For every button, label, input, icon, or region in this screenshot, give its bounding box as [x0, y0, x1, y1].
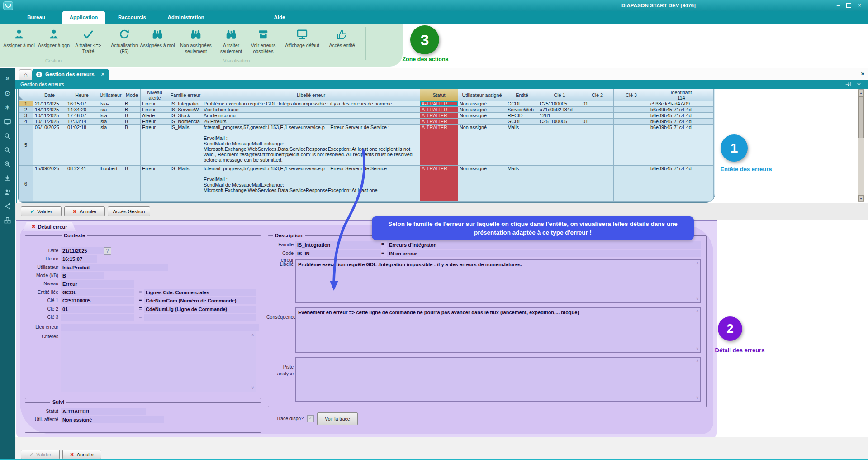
cell[interactable]: b6e39b45-71c4-4d	[649, 107, 714, 113]
cell[interactable]: C251100005	[538, 101, 581, 107]
statut-cell[interactable]: A-TRAITER	[420, 113, 458, 119]
cell[interactable]	[614, 113, 649, 119]
close-button[interactable]: ×	[855, 1, 864, 9]
cell[interactable]: Alerte	[141, 113, 169, 119]
cell[interactable]: Erreur	[141, 107, 169, 113]
cell[interactable]: b6e39b45-71c4-4d	[649, 113, 714, 119]
cell[interactable]: fctemail_progress,57,gneredt.i,153,E,1 s…	[202, 125, 420, 166]
detail-erreur-tab[interactable]: ✖ Détail erreur	[23, 222, 76, 231]
annuler-button[interactable]: ✖ Annuler	[64, 206, 105, 216]
statut-cell[interactable]: A-TRAITER	[420, 166, 458, 202]
cell[interactable]: IS_Stock	[169, 113, 202, 119]
cell[interactable]: 16:15:07	[66, 101, 98, 107]
cell[interactable]: Erreur	[141, 119, 169, 125]
tab-close-badge-icon[interactable]: x	[36, 72, 42, 77]
calendar-help-button[interactable]: ?	[104, 247, 111, 255]
column-header-libelle-erreur[interactable]: Libellé erreur	[202, 89, 420, 101]
share-icon[interactable]	[0, 200, 15, 212]
cell[interactable]: isia	[98, 125, 123, 166]
cell[interactable]: Non assigné	[458, 107, 506, 113]
column-header-statut[interactable]: Statut	[420, 89, 458, 101]
cell[interactable]	[538, 125, 581, 166]
toolbar-button-assigner-a-qqn[interactable]: Assigner à qqn	[36, 24, 71, 48]
column-header-utilisateur-assigne[interactable]: Utilisateur assigné	[458, 89, 506, 101]
cell[interactable]: IS_Mails	[169, 166, 202, 202]
scroll-up-chevron-icon[interactable]: ∧	[696, 309, 699, 313]
scroll-down-icon[interactable]: ▼	[858, 195, 864, 201]
cell[interactable]: b6e39b45-71c4-4d	[649, 166, 714, 202]
cell[interactable]	[614, 107, 649, 113]
cell[interactable]: 01	[581, 101, 614, 107]
download-icon[interactable]	[0, 172, 15, 184]
cell[interactable]: 06/10/2025	[33, 125, 66, 166]
scroll-up-icon[interactable]: ▲	[858, 90, 864, 96]
column-header-niveau-alerte[interactable]: Niveau alerte	[141, 89, 169, 101]
cell[interactable]: Isia-Produit	[98, 101, 123, 107]
cell[interactable]	[614, 125, 649, 166]
cell[interactable]: 14:34:20	[66, 107, 98, 113]
mode-i-b-field[interactable]: B	[61, 272, 104, 279]
cell[interactable]	[581, 125, 614, 166]
column-header-utilisateur[interactable]: Utilisateur	[98, 89, 123, 101]
scroll-down-chevron-icon[interactable]: ∨	[696, 347, 699, 351]
column-header-entite[interactable]: Entité	[506, 89, 538, 101]
trace-dispo-checkbox[interactable]: ✓	[307, 415, 314, 422]
cell[interactable]: Article inconnu	[202, 113, 420, 119]
toolbar-button-a-traiter-seulement[interactable]: A traiter seulement	[216, 24, 246, 54]
cell[interactable]: Voir fichier trace	[202, 107, 420, 113]
cell[interactable]: 21/11/2025	[33, 101, 66, 107]
criteres-textarea[interactable]: ∧ ∨	[61, 331, 256, 392]
cell[interactable]: Non assigné	[458, 125, 506, 166]
cell[interactable]: B	[123, 107, 141, 113]
cell[interactable]: isia	[98, 119, 123, 125]
menu-tab-aide[interactable]: Aide	[270, 11, 289, 24]
niveau-field[interactable]: Erreur	[61, 280, 134, 288]
cell[interactable]: B	[123, 101, 141, 107]
close-detail-icon[interactable]: ✖	[31, 224, 35, 230]
arrow-down-bar-icon[interactable]	[856, 81, 863, 88]
toolbar-button-non-assignees-seulement[interactable]: Non assignées seulement	[175, 24, 216, 54]
cell[interactable]: IS_ServiceWeb	[169, 107, 202, 113]
column-header-cle-1[interactable]: Clé 1	[538, 89, 581, 101]
acces-gestion-button[interactable]: Accès Gestion	[108, 206, 150, 216]
cell[interactable]: 15/09/2025	[33, 166, 66, 202]
cell[interactable]: Erreur	[141, 101, 169, 107]
cell[interactable]: IS_Integration	[169, 101, 202, 107]
cell[interactable]	[581, 107, 614, 113]
cle-1-field[interactable]: C251100005	[61, 297, 134, 304]
star-icon[interactable]: ✶	[0, 102, 15, 114]
cell[interactable]: 10/11/2025	[33, 113, 66, 119]
cell[interactable]: a71d0b92-f34d-60	[538, 107, 581, 113]
footer-annuler-button[interactable]: ✖ Annuler	[62, 450, 101, 460]
menu-tab-raccourcis[interactable]: Raccourcis	[117, 11, 147, 24]
entite-liee-field[interactable]: GCDL	[61, 289, 134, 296]
famille-field[interactable]: IS_Integration	[295, 241, 381, 249]
cell[interactable]: 26 Erreurs	[202, 119, 420, 125]
cell[interactable]: B	[123, 125, 141, 166]
column-header-rownum[interactable]	[19, 89, 33, 101]
date-field[interactable]: 21/11/2025	[61, 247, 104, 254]
scroll-up-chevron-icon[interactable]: ∧	[251, 333, 254, 337]
cell[interactable]: 10/11/2025	[33, 119, 66, 125]
cell[interactable]	[614, 166, 649, 202]
column-header-cle-3[interactable]: Clé 3	[614, 89, 649, 101]
piste-analyse-textarea[interactable]: ∧∨	[295, 357, 701, 402]
cell[interactable]: C251100005	[538, 119, 581, 125]
cell[interactable]: fctemail_progress,57,gneredt.i,153,E,1 s…	[202, 166, 420, 202]
menu-tab-administration[interactable]: Administration	[166, 11, 205, 24]
column-header-mode[interactable]: Mode	[123, 89, 141, 101]
cell[interactable]	[614, 119, 649, 125]
cell[interactable]: GCDL	[506, 119, 538, 125]
cell[interactable]	[538, 166, 581, 202]
row-number-cell[interactable]: 6	[19, 166, 33, 202]
home-tab[interactable]: ⌂	[19, 69, 32, 80]
cell[interactable]: isia	[98, 107, 123, 113]
column-header-date[interactable]: Date	[33, 89, 66, 101]
code-erreur-field[interactable]: IS_IN	[295, 250, 381, 257]
column-header-cle-2[interactable]: Clé 2	[581, 89, 614, 101]
cell[interactable]: c938cde9-fd47-09	[649, 101, 714, 107]
cell[interactable]: Problème exécution requête GDL :Intégrat…	[202, 101, 420, 107]
suivi-util-value[interactable]: Non assigné	[61, 416, 164, 423]
statut-cell[interactable]: A-TRAITER	[420, 101, 458, 107]
cell[interactable]: ServiceWeb	[506, 107, 538, 113]
